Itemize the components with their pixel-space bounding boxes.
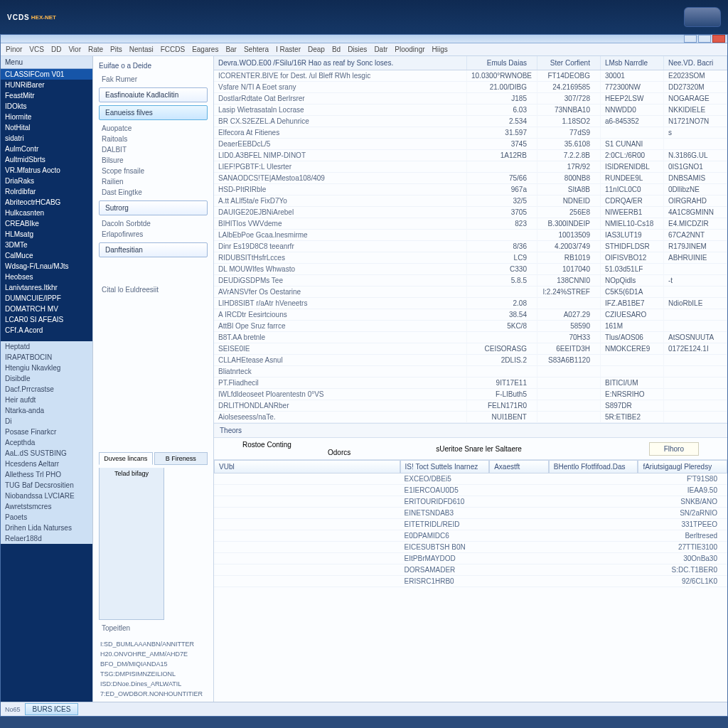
table-row[interactable]: DAUIGE20EJBNiArebel3705256E8NIWEERB14A1C… [214, 207, 727, 218]
table-row[interactable]: EXCEO/DBEi5F'T91S80 [214, 473, 727, 485]
leftnav-item[interactable]: sidatri [1, 133, 92, 144]
menu-item[interactable]: Rate [86, 44, 105, 55]
btm-col-1[interactable]: IS! Toct Suttels Inarnez [400, 460, 490, 473]
leftnav-item[interactable]: LCAR0 SI AFEAIS [1, 314, 92, 325]
leftnav-item[interactable]: Ntarka-anda [1, 405, 92, 416]
leftnav-item[interactable]: AulmContr [1, 144, 92, 154]
tab-a[interactable]: Rostoe Conting Odorcs [242, 441, 350, 456]
btm-col-3[interactable]: BHentlo Ffotfifoad.Das [549, 460, 638, 473]
mid-btn-3[interactable]: Sutrorg [99, 200, 208, 215]
mid-btn-2[interactable]: Eanueiss filves [99, 105, 208, 120]
leftnav-item[interactable]: HLMsatg [1, 229, 92, 240]
table-row[interactable]: E1IERCOAU0D5IEAA9.50 [214, 485, 727, 496]
menu-item[interactable]: VCS [27, 44, 46, 55]
leftnav-item[interactable]: Rolrdibfar [1, 186, 92, 197]
leftnav-item[interactable]: Posase Finarkcr [1, 427, 92, 437]
menu-item[interactable]: I Raster [274, 44, 303, 55]
table-row[interactable]: BIHITIos VWVdeme823B.300INDEIPNMIEL10-Cs… [214, 218, 727, 230]
table-row[interactable]: AttBl Ope Sruz farrce5KC/858590161M [214, 321, 727, 332]
table-row[interactable]: SANAODCS!TE|AMestoa108/40975/66800NB8RUN… [214, 173, 727, 184]
table-row[interactable]: ICORENTER.BIVE for Dest. /ul Bleff RWh l… [214, 70, 727, 82]
leftnav-item[interactable]: DOMATRCH MV [1, 304, 92, 314]
table-row[interactable]: LIHD8SIBT r/aAtr hVeneetrs2.08IFZ.AB1BE7… [214, 298, 727, 309]
leftnav-item[interactable]: Niobandssa LVCIARE [1, 491, 92, 501]
table-row[interactable]: Dinr Es19D8C8 teeanrfr8/364.2003/749STHI… [214, 241, 727, 252]
table-row[interactable]: LIEF!PGBTF:L Ulesrter17R/92ISIDRENIDBL0I… [214, 161, 727, 173]
menu-item[interactable]: Deap [306, 44, 327, 55]
table-row[interactable]: DEUDiGSDPMs Tee5.8.5138CNNI0NOpQidls-t [214, 275, 727, 287]
menu-item[interactable]: Disies [346, 44, 369, 55]
menu-item[interactable]: Nentasi [127, 44, 156, 55]
menu-item[interactable]: Sehtera [242, 44, 271, 55]
leftnav-item[interactable]: TUG Baf Decsrositien [1, 480, 92, 491]
col-4[interactable]: Nee.VD. Bacri [664, 56, 727, 70]
menu-item[interactable]: Pits [108, 44, 124, 55]
mid-item[interactable]: Dast Eingtke [99, 187, 208, 198]
menu-item[interactable]: Bar [223, 44, 239, 55]
table-row[interactable]: CLLAHEtease Asnul2DLIS.2S83A6B1120 [214, 355, 727, 366]
leftnav-item[interactable]: FeastMitr [1, 90, 92, 101]
menu-item[interactable]: FCCDS [159, 44, 187, 55]
leftnav-item[interactable]: Paoets [1, 512, 92, 523]
leftnav-item[interactable]: Awretstsmcres [1, 501, 92, 512]
table-row[interactable]: DeaerEEBDcL/5374535.6108S1 CUNANI [214, 139, 727, 150]
leftnav-item[interactable]: CalMuce [1, 250, 92, 261]
table-row[interactable]: IWLfdldeoseet Ploarentestn 0°VSF-LIButh5… [214, 389, 727, 400]
table-row[interactable]: DostIarRdtate Oat BerlrsrerJ185307/728HE… [214, 93, 727, 105]
leftnav-item[interactable]: Allethess Trl PHO [1, 469, 92, 480]
mid-item[interactable]: DALBIT [99, 144, 208, 155]
table-row[interactable]: Bliatnrteck [214, 366, 727, 378]
leftnav-item[interactable]: VR.Mfatrus Aocto [1, 165, 92, 176]
leftnav-item[interactable]: DriaRaks [1, 176, 92, 186]
menu-item[interactable]: Pinor [4, 44, 24, 55]
leftnav-item[interactable]: Drihen Lida Naturses [1, 523, 92, 533]
tab-b[interactable]: sUeritoe Snare ler Saltaere [436, 445, 522, 453]
btm-col-4[interactable]: fAriutsigaugl Pleredsy [638, 460, 727, 473]
table-row[interactable]: BR CX.S2EZEL.A Dehunrice2.5341.18SO2a6-8… [214, 116, 727, 127]
leftnav-item[interactable]: IRAPATBOCIN [1, 352, 92, 363]
menu-item[interactable]: Bd [330, 44, 343, 55]
menu-item[interactable]: Eagares [190, 44, 220, 55]
mid-btn-1[interactable]: Easfinoaiute Kadlaclitin [99, 87, 208, 102]
table-row[interactable]: B8T.AA bretnle70H33Tlus/AOS06AtSOSNUUTA [214, 332, 727, 343]
leftnav-item[interactable]: AaL.dS SUSTBING [1, 448, 92, 459]
mid-item[interactable]: Auopatce [99, 123, 208, 134]
mid-item[interactable]: Raitoals [99, 134, 208, 144]
close-button[interactable] [712, 35, 725, 43]
minimize-button[interactable] [684, 35, 697, 43]
table-row[interactable]: EICESUBTSH B0N27TTIE3100 [214, 542, 727, 553]
leftnav-item[interactable]: CFf.A Acord [1, 325, 92, 336]
table-row[interactable]: DRLITHONDLANRberFELN171R0S897DR [214, 400, 727, 412]
leftnav-item[interactable]: DUMNCUIE/IPPF [1, 293, 92, 304]
leftnav-item[interactable]: CREABIke [1, 218, 92, 229]
table-row[interactable]: EItPBrMAYDOD30OnBa30 [214, 553, 727, 564]
leftnav-item[interactable]: 3DMTe [1, 240, 92, 250]
table-row[interactable]: A IRCDtr Eesirtciouns38.54A027.29CZIUESA… [214, 309, 727, 321]
table-row[interactable]: SEISE0IECEISORASG6EEITD3HNMOKCERE90172E1… [214, 343, 727, 355]
table-row[interactable]: A.tt ALlf5ta/e FixD7Yo32/5NDNEIDCDRQA/ER… [214, 196, 727, 207]
table-row[interactable]: LID0.A3BFEL NIMP-DINOT1A12RB7.2.2.8B2:0C… [214, 150, 727, 161]
leftnav-item[interactable]: Hcesdens Aeltarr [1, 459, 92, 469]
mid-tab-2[interactable]: Telad bifagy [99, 468, 164, 620]
table-row[interactable]: ERITOURIDFD610SNKB/ANO [214, 496, 727, 508]
leftnav-item[interactable]: HUNRiBarer [1, 80, 92, 90]
table-row[interactable]: Aiolseseess/naTe.NUI1BENT5R:ETIBE2 [214, 412, 727, 423]
leftnav-item[interactable]: AbriteoctrHCABG [1, 197, 92, 208]
mid-tab-1[interactable]: B Fireness [154, 452, 208, 465]
table-row[interactable]: Elfecora At Fitienes31.59777dS9s [214, 127, 727, 139]
mid-item[interactable]: Railien [99, 176, 208, 187]
table-row[interactable]: DL MOUWIfes WhwastoC330101704051.03d51LF [214, 264, 727, 275]
leftnav-item[interactable]: NotHital [1, 122, 92, 133]
table-row[interactable]: AVrANSVfer Os Oestarinel:2.24%STREFC5K5(… [214, 287, 727, 298]
leftnav-item[interactable]: Wdsag-F/Lnau/MJts [1, 261, 92, 272]
leftnav-item[interactable]: AultmidSbrts [1, 154, 92, 165]
menu-item[interactable]: Vior [66, 44, 83, 55]
leftnav-item[interactable]: Htengiu Nkavkleg [1, 363, 92, 373]
menu-item[interactable]: Ploodingr [392, 44, 427, 55]
status-button[interactable]: BURS ICES [25, 703, 79, 715]
mid-item[interactable]: Dacoln Sorbtde [99, 218, 208, 229]
leftnav-item[interactable]: Lanivtanres.Itkhr [1, 282, 92, 293]
leftnav-item[interactable]: Disibdle [1, 373, 92, 384]
table-row[interactable]: DORSAMADERS:DC.T1BER0 [214, 564, 727, 576]
mid-item[interactable]: Scope fnsaile [99, 166, 208, 176]
